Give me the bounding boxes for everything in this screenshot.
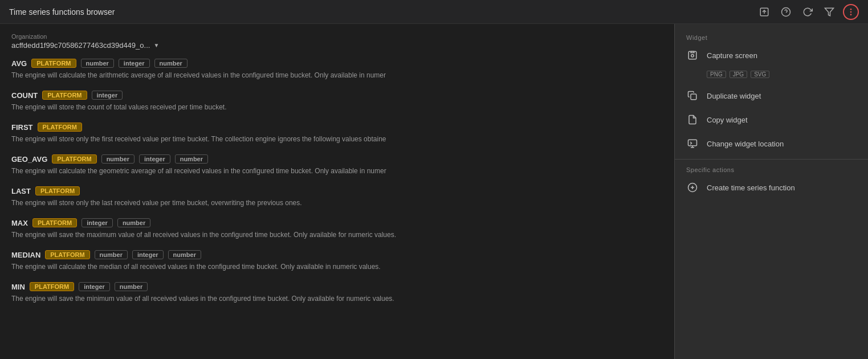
org-label: Organization: [11, 33, 663, 40]
svg-rect-11: [688, 140, 697, 146]
list-item: LASTPLATFORMThe engine will store only t…: [11, 186, 663, 208]
specific-section-label: Specific actions: [675, 163, 868, 176]
type-tag: number: [175, 154, 208, 164]
type-tag: number: [95, 250, 128, 259]
svg-marker-4: [825, 8, 834, 16]
platform-tag: PLATFORM: [42, 91, 87, 100]
platform-tag: PLATFORM: [31, 59, 76, 68]
func-desc: The engine will store the count of total…: [11, 102, 663, 112]
main-content: Organization acffdedd1f99c70586277463cd3…: [0, 24, 868, 359]
svg-point-6: [850, 11, 852, 13]
svg-point-9: [691, 55, 694, 58]
filter-icon[interactable]: [821, 4, 837, 20]
duplicate-label: Duplicate widget: [707, 92, 761, 100]
func-header: GEO_AVGPLATFORMnumberintegernumber: [11, 154, 663, 164]
func-desc: The engine will save the minimum value o…: [11, 293, 663, 304]
list-item: FIRSTPLATFORMThe engine will store only …: [11, 123, 663, 144]
dropdown-divider: [675, 159, 868, 160]
func-name: MIN: [11, 283, 25, 291]
create-ts-item[interactable]: Create time series function: [675, 176, 868, 199]
copy-label: Copy widget: [707, 116, 748, 124]
capture-icon: [686, 49, 699, 62]
change-location-item[interactable]: Change widget location: [675, 132, 868, 156]
org-value: acffdedd1f99c70586277463cd39d449_o...: [11, 41, 150, 50]
left-panel: Organization acffdedd1f99c70586277463cd3…: [0, 24, 674, 359]
topbar: Time series functions browser: [0, 0, 868, 24]
type-tag: number: [101, 154, 135, 164]
dropdown-panel: Widget Capture screen PNG JPG SVG: [674, 24, 868, 359]
platform-tag: PLATFORM: [38, 123, 82, 132]
func-name: MAX: [11, 219, 28, 227]
func-desc: The engine will calculate the arithmetic…: [11, 70, 663, 80]
func-name: AVG: [11, 59, 27, 68]
type-tag: integer: [139, 154, 170, 164]
copy-widget-item[interactable]: Copy widget: [675, 108, 868, 132]
list-item: AVGPLATFORMnumberintegernumberThe engine…: [11, 59, 663, 80]
func-desc: The engine will store only the last rece…: [11, 198, 663, 208]
format-svg[interactable]: SVG: [751, 71, 769, 78]
type-tag: number: [154, 59, 188, 68]
func-desc: The engine will save the maximum value o…: [11, 230, 663, 240]
svg-point-5: [850, 9, 852, 10]
copy-icon: [686, 113, 699, 126]
capture-label: Capture screen: [707, 51, 757, 60]
type-tag: number: [115, 282, 148, 291]
change-location-label: Change widget location: [707, 140, 784, 148]
widget-section-label: Widget: [675, 31, 868, 43]
platform-tag: PLATFORM: [30, 282, 74, 291]
func-name: LAST: [11, 187, 31, 195]
list-item: COUNTPLATFORMintegerThe engine will stor…: [11, 91, 663, 112]
export-icon[interactable]: [756, 4, 772, 20]
function-list: AVGPLATFORMnumberintegernumberThe engine…: [11, 59, 663, 304]
list-item: MAXPLATFORMintegernumberThe engine will …: [11, 218, 663, 240]
capture-screen-item[interactable]: Capture screen PNG JPG SVG: [675, 43, 868, 84]
org-dropdown-arrow: ▼: [153, 42, 159, 48]
func-header: MEDIANPLATFORMnumberintegernumber: [11, 250, 663, 259]
duplicate-icon: [686, 89, 699, 102]
platform-tag: PLATFORM: [45, 250, 89, 259]
capture-formats: PNG JPG SVG: [686, 71, 769, 78]
org-select[interactable]: acffdedd1f99c70586277463cd39d449_o... ▼: [11, 41, 663, 50]
type-tag: integer: [119, 59, 150, 68]
platform-tag: PLATFORM: [35, 186, 80, 195]
create-ts-label: Create time series function: [707, 183, 795, 192]
type-tag: number: [81, 59, 114, 68]
type-tag: number: [168, 250, 201, 259]
create-ts-icon: [686, 181, 699, 194]
func-desc: The engine will calculate the median of …: [11, 262, 663, 272]
platform-tag: PLATFORM: [52, 154, 96, 164]
func-header: FIRSTPLATFORM: [11, 123, 663, 132]
func-header: COUNTPLATFORMinteger: [11, 91, 663, 100]
topbar-icons: [756, 4, 859, 20]
func-header: MAXPLATFORMintegernumber: [11, 218, 663, 227]
help-icon[interactable]: [778, 4, 794, 20]
type-tag: integer: [92, 91, 123, 100]
list-item: MINPLATFORMintegernumberThe engine will …: [11, 282, 663, 304]
func-name: MEDIAN: [11, 251, 40, 259]
svg-point-7: [850, 14, 852, 15]
func-name: FIRST: [11, 123, 33, 132]
list-item: GEO_AVGPLATFORMnumberintegernumberThe en…: [11, 154, 663, 176]
type-tag: integer: [81, 218, 113, 227]
func-header: LASTPLATFORM: [11, 186, 663, 195]
menu-icon[interactable]: [843, 4, 859, 20]
page-title: Time series functions browser: [9, 7, 115, 17]
func-name: GEO_AVG: [11, 155, 47, 164]
func-header: MINPLATFORMintegernumber: [11, 282, 663, 291]
duplicate-widget-item[interactable]: Duplicate widget: [675, 84, 868, 108]
func-desc: The engine will store only the first rec…: [11, 134, 663, 144]
type-tag: number: [117, 218, 150, 227]
type-tag: integer: [132, 250, 164, 259]
org-section: Organization acffdedd1f99c70586277463cd3…: [11, 33, 663, 50]
format-png[interactable]: PNG: [707, 71, 726, 78]
func-desc: The engine will calculate the geometric …: [11, 166, 663, 176]
svg-rect-10: [691, 94, 696, 100]
func-name: COUNT: [11, 91, 38, 100]
platform-tag: PLATFORM: [32, 218, 77, 227]
func-header: AVGPLATFORMnumberintegernumber: [11, 59, 663, 68]
format-jpg[interactable]: JPG: [730, 71, 747, 78]
type-tag: integer: [79, 282, 110, 291]
change-location-icon: [686, 137, 699, 150]
refresh-icon[interactable]: [800, 4, 816, 20]
list-item: MEDIANPLATFORMnumberintegernumberThe eng…: [11, 250, 663, 272]
